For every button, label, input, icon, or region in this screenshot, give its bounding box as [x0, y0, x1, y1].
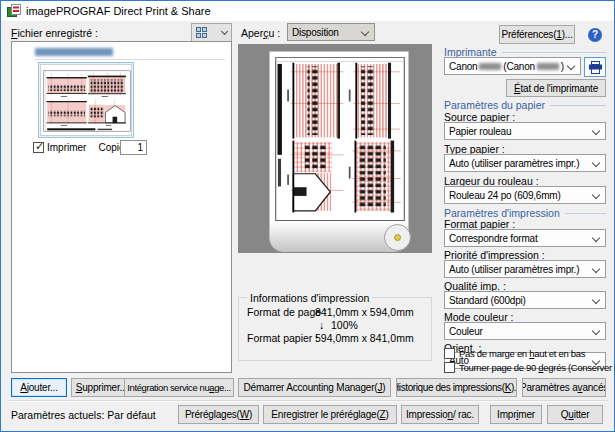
- file-thumbnail[interactable]: [38, 62, 134, 138]
- grid-view-icon: [196, 27, 207, 38]
- copies-input[interactable]: [120, 140, 147, 155]
- no-margin-checkbox[interactable]: [444, 348, 455, 359]
- print-quality-select[interactable]: Standard (600dpi): [444, 291, 606, 309]
- accounting-manager-button[interactable]: Démarrer Accounting Manager(J): [238, 378, 391, 397]
- no-margin-option: Pas de marge en haut et en bas: [444, 348, 585, 359]
- quit-button[interactable]: Quitter: [547, 405, 603, 424]
- paper-source-select[interactable]: Papier rouleau: [444, 122, 606, 140]
- window-title: imagePROGRAF Direct Print & Share: [26, 5, 211, 17]
- footer-separator: [9, 400, 608, 402]
- redacted-filename: [35, 48, 113, 56]
- app-icon: [7, 4, 21, 18]
- cloud-service-button[interactable]: Intégration service nuage...: [124, 378, 234, 397]
- print-info-title: Informations d'impression: [247, 292, 372, 304]
- check-icon: ✓: [35, 140, 44, 153]
- scale-arrow-icon: ↓: [319, 319, 324, 331]
- rotate-90-label: Tourner page de 90 degrés (Conserver pap…: [459, 362, 615, 373]
- chevron-down-icon: [221, 27, 228, 34]
- add-button[interactable]: Ajouter...: [11, 378, 67, 397]
- no-margin-label: Pas de marge en haut et en bas: [459, 348, 585, 359]
- print-checkbox-label: Imprimer: [47, 142, 86, 153]
- preview-drawing: [274, 56, 406, 222]
- printer-icon: [588, 61, 603, 74]
- paper-type-select[interactable]: Auto (utiliser paramètres impr.): [444, 154, 606, 172]
- print-preview-area: [238, 44, 432, 253]
- view-mode-dropdown[interactable]: [191, 23, 232, 42]
- roll-width-select[interactable]: Rouleau 24 po (609,6mm): [444, 186, 606, 204]
- printer-select[interactable]: Canon (Canon ): [444, 57, 581, 75]
- dialog-window: imagePROGRAF Direct Print & Share Fichie…: [0, 0, 615, 432]
- paper-format-value: 594,0mm x 841,0mm: [315, 332, 414, 344]
- print-button[interactable]: Imprimer: [490, 405, 542, 424]
- presets-button[interactable]: Préréglages(W): [178, 405, 259, 424]
- paper-roll-end: [384, 224, 411, 251]
- print-history-button[interactable]: Historique des impressions(K)...: [396, 378, 517, 397]
- preview-label: Aperçu :: [241, 27, 280, 39]
- advanced-settings-button[interactable]: Paramètres avancés: [522, 378, 606, 397]
- thumbnail-page: [40, 64, 132, 136]
- printer-icon-button[interactable]: [584, 57, 606, 77]
- rotate-90-option: Tourner page de 90 degrés (Conserver pap…: [444, 362, 615, 373]
- help-icon[interactable]: ?: [588, 28, 602, 42]
- saved-files-label: Fichier enregistré :: [11, 27, 98, 39]
- rotate-90-checkbox[interactable]: [444, 362, 455, 373]
- current-settings-status: Paramètres actuels: Par défaut: [11, 409, 156, 421]
- paper-format-label: Format papier :: [247, 332, 318, 344]
- print-info-group: Informations d'impression Format de page…: [238, 297, 432, 361]
- print-shortcut-button[interactable]: Impression / rac.: [401, 405, 479, 424]
- paper-format-select[interactable]: Correspondre format: [444, 229, 606, 247]
- page-format-value: 841,0mm x 594,0mm: [315, 306, 414, 318]
- paper-settings-header: Paramètres du papier: [444, 99, 606, 111]
- preview-mode-select[interactable]: Disposition: [287, 23, 375, 41]
- paper-roll-sheet: [269, 51, 409, 252]
- save-preset-button[interactable]: Enregistrer le préréglage(Z): [263, 405, 397, 424]
- print-checkbox[interactable]: ✓: [33, 142, 44, 153]
- delete-button[interactable]: Supprimer...: [71, 378, 132, 397]
- print-priority-select[interactable]: Auto (utiliser paramètres impr.): [444, 260, 606, 278]
- roll-core-dot: [394, 234, 401, 241]
- printer-status-button[interactable]: État de l'imprimante: [506, 79, 606, 97]
- scale-value: 100%: [331, 319, 358, 331]
- filename-underline: [35, 59, 225, 60]
- redacted-printer-model: [537, 63, 559, 70]
- file-list[interactable]: ✓ Imprimer Copies: [11, 41, 232, 373]
- title-bar[interactable]: imagePROGRAF Direct Print & Share: [1, 1, 614, 21]
- preferences-button[interactable]: Préférences(1)...: [499, 25, 575, 44]
- color-mode-select[interactable]: Couleur: [444, 322, 606, 340]
- redacted-printer-model: [479, 63, 501, 70]
